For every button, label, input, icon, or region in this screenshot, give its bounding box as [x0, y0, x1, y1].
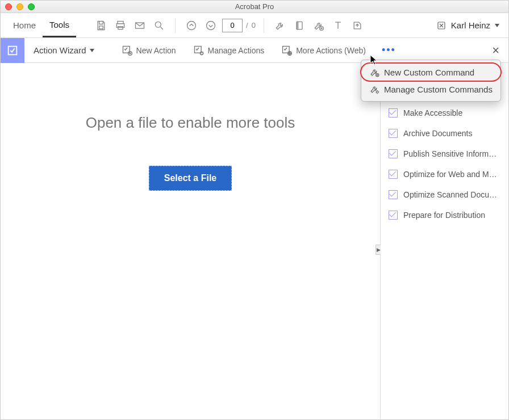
action-check-icon — [389, 211, 398, 220]
wrench-gear-icon — [369, 84, 379, 94]
page-up-icon[interactable] — [183, 18, 199, 33]
action-item-label: Make Accessible — [403, 108, 462, 117]
svg-point-20 — [376, 91, 378, 93]
user-name: Karl Heinz — [451, 20, 490, 30]
action-check-icon — [389, 149, 398, 158]
action-check-icon — [389, 129, 398, 138]
svg-rect-9 — [297, 22, 298, 29]
action-item-label: Optimize for Web and M… — [403, 170, 497, 179]
chevron-down-icon — [495, 24, 499, 27]
svg-point-7 — [207, 21, 215, 30]
action-item-label: Prepare for Distribution — [403, 211, 485, 220]
tab-tools[interactable]: Tools — [43, 13, 76, 37]
overflow-popup: New Custom Command Manage Custom Command… — [361, 60, 501, 102]
action-list-item[interactable]: Optimize Scanned Docu… — [389, 184, 503, 205]
wrench-plus-icon — [369, 67, 379, 77]
page-number-input[interactable] — [222, 19, 243, 32]
action-wizard-dropdown[interactable]: Action Wizard — [30, 45, 98, 55]
svg-rect-0 — [99, 26, 103, 28]
action-list-item[interactable]: Publish Sensitive Inform… — [389, 144, 503, 164]
close-panel-button[interactable]: × — [490, 43, 502, 58]
separator — [175, 18, 176, 33]
svg-rect-15 — [194, 46, 201, 53]
action-check-icon — [389, 190, 398, 199]
main-area: Open a file to enable more tools Select … — [1, 63, 380, 419]
nav-tabs: Home Tools — [6, 13, 76, 37]
svg-point-6 — [187, 21, 196, 30]
titlebar: Acrobat Pro — [1, 1, 508, 13]
action-list-item[interactable]: Prepare for Distribution — [389, 205, 503, 225]
page-down-icon[interactable] — [203, 18, 219, 33]
action-list-item[interactable]: Make Accessible — [389, 103, 503, 123]
window-title: Acrobat Pro — [1, 2, 508, 11]
new-action-button[interactable]: New Action — [116, 45, 182, 56]
print-icon[interactable] — [112, 18, 128, 33]
mouse-cursor-icon — [370, 54, 379, 66]
svg-rect-3 — [118, 26, 123, 29]
page-separator: / — [246, 21, 248, 30]
content-area: Open a file to enable more tools Select … — [1, 63, 508, 419]
app-window: Acrobat Pro Home Tools / 0 Karl Heinz — [0, 0, 509, 420]
checklist-plus-icon — [122, 45, 133, 56]
page-indicator: / 0 — [222, 19, 256, 32]
wrench-plus-icon[interactable] — [311, 18, 327, 33]
action-item-label: Publish Sensitive Inform… — [403, 149, 497, 158]
main-toolbar: Home Tools / 0 Karl Heinz — [1, 13, 508, 38]
more-actions-web-button[interactable]: More Actions (Web) — [276, 45, 372, 56]
save-icon[interactable] — [93, 18, 109, 33]
search-icon[interactable] — [151, 18, 167, 33]
text-icon[interactable] — [330, 18, 346, 33]
actions-list-panel: ▶ Make AccessibleArchive DocumentsPublis… — [380, 63, 508, 419]
empty-state-message: Open a file to enable more tools — [86, 114, 295, 132]
checklist-gear-icon — [193, 45, 205, 56]
checklist-globe-icon — [281, 45, 293, 56]
action-item-label: Optimize Scanned Docu… — [403, 190, 497, 199]
action-check-icon — [389, 108, 398, 117]
action-list-item[interactable]: Optimize for Web and M… — [389, 164, 503, 184]
action-item-label: Archive Documents — [403, 129, 472, 138]
action-check-icon — [389, 170, 398, 179]
tab-home[interactable]: Home — [6, 13, 43, 37]
action-wizard-badge-icon — [1, 38, 24, 63]
chevron-down-icon — [90, 49, 94, 52]
book-icon[interactable] — [291, 18, 307, 33]
action-list-item[interactable]: Archive Documents — [389, 123, 503, 144]
action-wizard-label: Action Wizard — [34, 45, 86, 55]
overflow-menu-button[interactable]: ••• — [377, 44, 400, 56]
page-total: 0 — [252, 21, 256, 30]
mail-icon[interactable] — [132, 18, 148, 33]
manage-custom-commands-item[interactable]: Manage Custom Commands — [361, 81, 500, 98]
separator — [264, 18, 264, 33]
wrench-icon[interactable] — [272, 18, 288, 33]
new-custom-command-item[interactable]: New Custom Command — [361, 64, 500, 81]
manage-actions-button[interactable]: Manage Actions — [187, 45, 270, 56]
export-icon[interactable] — [349, 18, 365, 33]
svg-point-5 — [155, 22, 161, 27]
panel-collapse-handle[interactable]: ▶ — [376, 245, 381, 255]
user-menu[interactable]: Karl Heinz — [433, 20, 503, 31]
user-badge-icon — [436, 20, 447, 31]
select-file-button[interactable]: Select a File — [149, 166, 232, 191]
